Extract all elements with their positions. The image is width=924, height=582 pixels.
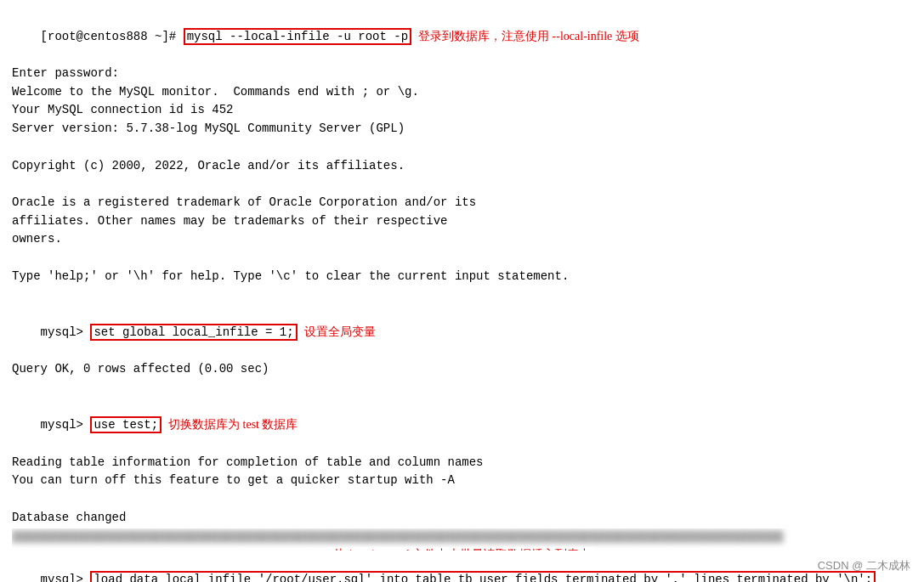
line-cmd3: mysql> use test;切换数据库为 test 数据库	[12, 397, 912, 453]
line-cmd2: mysql> set global local_infile = 1;设置全局变…	[12, 304, 912, 360]
line-connection-id: Your MySQL connection id is 452	[12, 101, 912, 120]
cmd-highlight-2: set global local_infile = 1;	[90, 324, 297, 341]
line-empty-1	[12, 138, 912, 157]
line-turn-off: You can turn off this feature to get a q…	[12, 472, 912, 490]
blurred-section: ████████████████████████████████████████…	[12, 528, 912, 551]
annotation-1: 登录到数据库，注意使用 --local-infile 选项	[418, 30, 639, 42]
cmd-highlight-4: load data local infile '/root/user.sql' …	[90, 571, 876, 582]
line-copyright: Copyright (c) 2000, 2022, Oracle and/or …	[12, 157, 912, 176]
watermark: CSDN @ 二木成林	[818, 558, 910, 574]
line-enter-password: Enter password:	[12, 65, 912, 83]
line-oracle-1: Oracle is a registered trademark of Orac…	[12, 194, 912, 212]
line-1: [root@centos888 ~]# mysql --local-infile…	[12, 8, 912, 65]
annotation-2: 设置全局变量	[304, 325, 376, 338]
line-oracle-2: affiliates. Other names may be trademark…	[12, 212, 912, 231]
blurred-line: ████████████████████████████████████████…	[12, 528, 912, 547]
terminal-window: [root@centos888 ~]# mysql --local-infile…	[0, 0, 924, 582]
prompt-1: [root@centos888 ~]#	[41, 30, 184, 43]
prompt-2: mysql>	[41, 325, 91, 339]
line-cmd4: mysql> load data local infile '/root/use…	[12, 552, 912, 582]
prompt-4: mysql>	[41, 573, 91, 582]
line-help: Type 'help;' or '\h' for help. Type '\c'…	[12, 268, 912, 286]
line-empty-4	[12, 285, 912, 304]
line-empty-6	[12, 490, 912, 509]
line-empty-2	[12, 175, 912, 194]
line-db-changed: Database changed	[12, 509, 912, 528]
line-reading-table: Reading table information for completion…	[12, 454, 912, 472]
annotation-4: 从 /root/user.sql 文件中大批量读取数据插入到表中	[328, 547, 597, 551]
cmd-highlight-1: mysql --local-infile -u root -p	[184, 28, 411, 45]
line-query-ok-1: Query OK, 0 rows affected (0.00 sec)	[12, 360, 912, 379]
annotation-3: 切换数据库为 test 数据库	[168, 418, 298, 431]
line-oracle-3: owners.	[12, 230, 912, 249]
line-server-version: Server version: 5.7.38-log MySQL Communi…	[12, 120, 912, 138]
cmd-highlight-3: use test;	[90, 416, 162, 433]
line-empty-3	[12, 249, 912, 268]
line-welcome: Welcome to the MySQL monitor. Commands e…	[12, 83, 912, 102]
line-empty-5	[12, 379, 912, 398]
prompt-3: mysql>	[41, 418, 91, 432]
